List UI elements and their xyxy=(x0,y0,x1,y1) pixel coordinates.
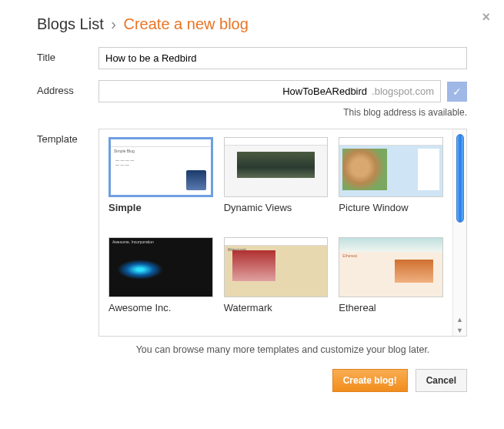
template-picker: Simple Blog — — — —— — — Simple Dynamic … xyxy=(98,129,467,337)
template-thumb xyxy=(224,137,329,197)
template-awesome-inc[interactable]: Awesome, Incorporation Awesome Inc. xyxy=(108,237,213,328)
browse-templates-msg: You can browse many more templates and c… xyxy=(98,344,467,355)
template-thumb: Watermark xyxy=(224,237,329,297)
template-thumb: Awesome, Incorporation xyxy=(108,237,213,297)
title-label: Title xyxy=(37,47,98,63)
template-name: Awesome Inc. xyxy=(108,302,213,313)
dialog-actions: Create blog! Cancel xyxy=(37,369,467,392)
address-suffix: .blogspot.com xyxy=(372,85,434,97)
address-input[interactable] xyxy=(105,84,369,99)
template-dynamic-views[interactable]: Dynamic Views xyxy=(224,137,329,228)
scroll-down-icon[interactable]: ▼ xyxy=(456,325,463,336)
cancel-button[interactable]: Cancel xyxy=(416,369,467,392)
title-input[interactable] xyxy=(98,47,467,69)
scrollbar[interactable]: ▲ ▼ xyxy=(452,129,466,336)
template-label: Template xyxy=(37,129,98,145)
breadcrumb-create: Create a new blog xyxy=(124,15,249,32)
template-name: Watermark xyxy=(224,302,329,313)
create-blog-dialog: × Blogs List › Create a new blog Title A… xyxy=(0,0,504,407)
template-name: Simple xyxy=(108,202,213,213)
template-name: Dynamic Views xyxy=(224,202,329,213)
template-name: Ethereal xyxy=(339,302,443,313)
template-picture-window[interactable]: Picture Window xyxy=(339,137,443,228)
breadcrumb: Blogs List › Create a new blog xyxy=(37,15,467,33)
scrollbar-thumb[interactable] xyxy=(456,134,464,223)
template-thumb xyxy=(339,137,443,197)
template-thumb: Simple Blog — — — —— — — xyxy=(108,137,213,197)
check-icon: ✓ xyxy=(447,82,467,102)
template-ethereal[interactable]: Ethereal Ethereal xyxy=(339,237,443,328)
address-available-msg: This blog address is available. xyxy=(98,107,467,118)
template-thumb: Ethereal xyxy=(339,237,443,297)
scroll-up-icon[interactable]: ▲ xyxy=(456,314,463,325)
template-name: Picture Window xyxy=(339,202,443,213)
address-box: .blogspot.com xyxy=(98,80,441,102)
create-blog-button[interactable]: Create blog! xyxy=(332,369,408,392)
template-grid[interactable]: Simple Blog — — — —— — — Simple Dynamic … xyxy=(99,129,452,336)
template-watermark[interactable]: Watermark Watermark xyxy=(224,237,329,328)
template-simple[interactable]: Simple Blog — — — —— — — Simple xyxy=(108,137,213,228)
close-icon[interactable]: × xyxy=(482,9,490,25)
address-label: Address xyxy=(37,80,98,96)
breadcrumb-blogs-list[interactable]: Blogs List xyxy=(37,15,104,32)
breadcrumb-separator: › xyxy=(111,15,116,32)
